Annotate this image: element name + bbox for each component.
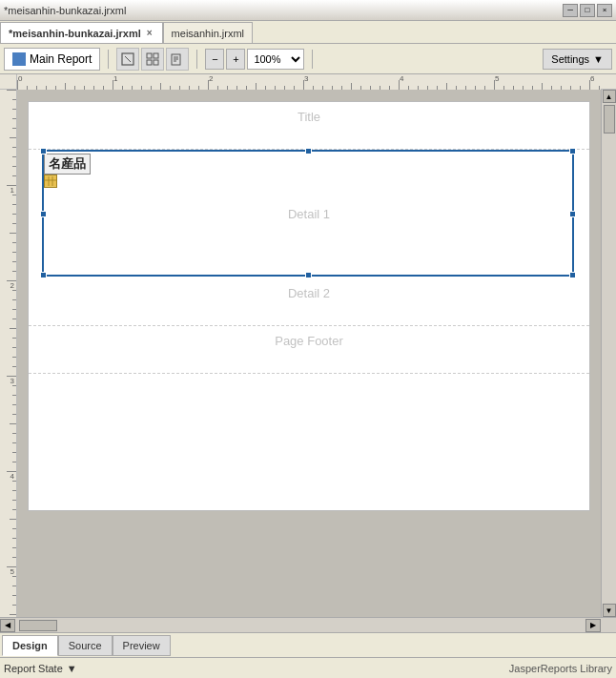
- file-tabs: *meisanhin-bunkazai.jrxml × meisanhin.jr…: [0, 21, 616, 44]
- zoom-out-icon: −: [212, 53, 217, 65]
- main-report-label: Main Report: [30, 52, 92, 66]
- band-detail1: 名産品: [29, 150, 589, 278]
- scroll-right-button[interactable]: ▶: [585, 619, 601, 632]
- ruler-left: 1234567: [0, 90, 17, 617]
- zoom-out-button[interactable]: −: [205, 49, 224, 70]
- settings-label: Settings: [551, 53, 589, 65]
- tab-design[interactable]: Design: [2, 635, 58, 656]
- file-tab-2-label: meisanhin.jrxml: [172, 28, 244, 39]
- ruler-top-right: [601, 74, 616, 89]
- handle-bottom-center[interactable]: [305, 272, 312, 278]
- status-bar: Report State ▼ JasperReports Library: [0, 657, 616, 678]
- ruler-row: 01234567: [0, 74, 616, 90]
- grid-icon: [146, 52, 159, 66]
- jasper-library-label: JasperReports Library: [509, 663, 612, 674]
- svg-rect-5: [154, 60, 158, 65]
- content-row: 1234567 Title 名産品: [0, 90, 616, 617]
- scroll-down-button[interactable]: ▼: [603, 604, 616, 617]
- scroll-h-thumb[interactable]: [19, 620, 57, 631]
- minimize-button[interactable]: ─: [563, 4, 578, 17]
- handle-top-right[interactable]: [569, 148, 576, 154]
- app-title: *meisanhin-bunkazai.jrxml: [4, 5, 559, 16]
- svg-rect-3: [154, 53, 158, 58]
- zoom-in-button[interactable]: +: [226, 49, 245, 70]
- table-icon: [45, 176, 56, 186]
- scroll-horizontal[interactable]: ◀ ▶: [0, 617, 616, 632]
- band-detail2: Detail 2: [29, 278, 589, 326]
- selection-box: [42, 150, 574, 277]
- tab-design-label: Design: [12, 640, 48, 651]
- tab-preview[interactable]: Preview: [113, 635, 171, 656]
- text-field-value: 名産品: [49, 156, 86, 171]
- report-page: Title 名産品: [28, 101, 590, 511]
- fit-page-button[interactable]: [116, 48, 139, 71]
- scroll-v-thumb[interactable]: [604, 105, 615, 134]
- svg-rect-4: [147, 60, 152, 65]
- canvas-area[interactable]: Title 名産品: [17, 90, 601, 617]
- toolbar-view-section: [116, 48, 189, 71]
- band-title: Title: [29, 102, 589, 150]
- band-footer-label: Page Footer: [29, 326, 589, 356]
- band-title-label: Title: [29, 102, 589, 132]
- report-state-label: Report State: [4, 663, 63, 674]
- tab-preview-label: Preview: [123, 640, 160, 651]
- zoom-in-icon: +: [233, 53, 238, 65]
- scroll-vertical[interactable]: ▲ ▼: [601, 90, 616, 617]
- ruler-top: 01234567: [17, 74, 601, 90]
- zoom-select[interactable]: 100% 75% 150%: [247, 49, 304, 70]
- toolbar-sep-2: [196, 50, 197, 69]
- scroll-up-button[interactable]: ▲: [603, 90, 616, 103]
- main-report-icon: [12, 52, 26, 66]
- handle-mid-left[interactable]: [40, 211, 47, 217]
- svg-line-1: [125, 56, 131, 62]
- settings-arrow-icon: ▼: [593, 53, 604, 65]
- file-tab-1-close[interactable]: ×: [145, 28, 154, 38]
- settings-button[interactable]: Settings ▼: [543, 49, 612, 70]
- maximize-button[interactable]: □: [580, 4, 595, 17]
- report-state-arrow[interactable]: ▼: [67, 663, 77, 674]
- svg-rect-10: [45, 176, 56, 186]
- settings-icon-button[interactable]: [166, 48, 189, 71]
- title-bar: *meisanhin-bunkazai.jrxml ─ □ ×: [0, 0, 616, 21]
- band-detail1-label: Detail 1: [29, 150, 589, 229]
- file-tab-2[interactable]: meisanhin.jrxml: [163, 22, 253, 43]
- ruler-corner: [0, 74, 17, 89]
- main-report-button[interactable]: Main Report: [4, 48, 100, 71]
- scroll-left-button[interactable]: ◀: [0, 619, 15, 632]
- bottom-tabs: Design Source Preview: [0, 632, 616, 657]
- handle-top-center[interactable]: [305, 148, 312, 154]
- svg-rect-2: [147, 53, 152, 58]
- tab-source-label: Source: [69, 640, 102, 651]
- fit-page-icon: [121, 52, 134, 66]
- toolbar: Main Report: [0, 44, 616, 74]
- handle-bottom-left[interactable]: [40, 272, 47, 278]
- page-settings-icon: [171, 52, 184, 66]
- toolbar-sep-1: [108, 50, 109, 69]
- handle-mid-right[interactable]: [569, 211, 576, 217]
- text-field-element[interactable]: 名産品: [44, 154, 91, 175]
- toolbar-zoom-section: − + 100% 75% 150%: [205, 49, 304, 70]
- tab-source[interactable]: Source: [58, 635, 113, 656]
- sub-report-icon[interactable]: [44, 175, 57, 188]
- band-footer: Page Footer: [29, 326, 589, 374]
- band-detail2-label: Detail 2: [29, 278, 589, 308]
- grid-button[interactable]: [141, 48, 164, 71]
- status-left: Report State ▼: [4, 663, 77, 674]
- file-tab-1[interactable]: *meisanhin-bunkazai.jrxml ×: [0, 22, 163, 43]
- close-button[interactable]: ×: [597, 4, 612, 17]
- window-controls: ─ □ ×: [563, 4, 612, 17]
- file-tab-1-label: *meisanhin-bunkazai.jrxml: [9, 28, 141, 39]
- handle-bottom-right[interactable]: [569, 272, 576, 278]
- toolbar-sep-3: [312, 50, 313, 69]
